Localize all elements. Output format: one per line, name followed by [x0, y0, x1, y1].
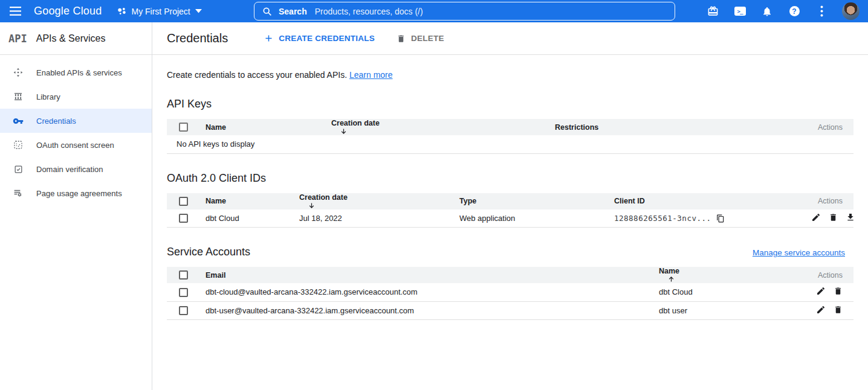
edit-client-button[interactable] [811, 213, 821, 222]
oauth-clients-heading: OAuth 2.0 Client IDs [167, 172, 853, 185]
client-name: dbt Cloud [199, 209, 293, 228]
sidebar-title: APIs & Services [36, 33, 106, 44]
help-button[interactable]: ? [788, 5, 801, 18]
oauth-client-row: dbt Cloud Jul 18, 2022 Web application 1… [167, 209, 853, 228]
learn-more-link[interactable]: Learn more [349, 70, 393, 80]
topbar-actions: >_ ? [706, 2, 868, 20]
bell-icon [762, 6, 772, 17]
client-type: Web application [453, 209, 608, 228]
create-credentials-button[interactable]: CREATE CREDENTIALS [264, 34, 375, 43]
column-header-type[interactable]: Type [453, 193, 608, 209]
service-account-row: dbt-cloud@vaulted-arcana-332422.iam.gser… [167, 283, 853, 301]
column-header-actions: Actions [805, 267, 853, 283]
column-header-client-id[interactable]: Client ID [608, 193, 805, 209]
sort-asc-icon [667, 275, 675, 283]
more-options-button[interactable] [815, 5, 828, 18]
delete-service-account-button[interactable] [834, 286, 843, 296]
download-icon [846, 213, 853, 222]
content: Credentials CREATE CREDENTIALS DELETE Cr… [152, 22, 868, 390]
sort-desc-icon [340, 127, 348, 135]
column-header-creation-date[interactable]: Creation date [325, 119, 549, 135]
sidebar-item-label: Enabled APIs & services [36, 68, 122, 77]
api-keys-header-row: Name Creation date Restrictions Actions [167, 119, 853, 135]
service-account-name: dbt user [653, 301, 805, 319]
column-header-actions: Actions [805, 119, 853, 135]
select-all-checkbox[interactable] [179, 270, 188, 280]
search-label: Search [279, 7, 307, 16]
row-checkbox[interactable] [179, 214, 188, 223]
api-logo-icon: API [8, 33, 27, 45]
sidebar-item-credentials[interactable]: Credentials [0, 109, 152, 133]
sidebar-item-domain-verification[interactable]: Domain verification [0, 157, 152, 181]
column-header-restrictions[interactable]: Restrictions [549, 119, 805, 135]
row-actions-cell [805, 209, 853, 228]
hamburger-icon [10, 7, 21, 16]
trash-icon [397, 34, 406, 43]
client-creation-date: Jul 18, 2022 [293, 209, 453, 228]
account-avatar[interactable] [842, 2, 860, 20]
navigation-menu-button[interactable] [0, 0, 30, 22]
delete-client-button[interactable] [829, 213, 838, 222]
free-trial-gift-button[interactable] [706, 5, 719, 18]
column-header-creation-date[interactable]: Creation date [293, 193, 453, 209]
delete-button[interactable]: DELETE [397, 34, 444, 43]
project-switcher[interactable]: My First Project [117, 7, 201, 16]
help-icon: ? [789, 6, 800, 16]
service-account-email: dbt-cloud@vaulted-arcana-332422.iam.gser… [199, 283, 653, 301]
client-id-cell: 128886265561-3ncv... [608, 209, 805, 228]
gcp-console: Google Cloud My First Project Search Pro… [0, 0, 868, 390]
top-bar: Google Cloud My First Project Search Pro… [0, 0, 868, 22]
sidebar-item-oauth-consent[interactable]: OAuth consent screen [0, 133, 152, 157]
oauth-header-row: Name Creation date Type Client ID Action… [167, 193, 853, 209]
row-checkbox[interactable] [179, 306, 188, 315]
column-header-label: Creation date [299, 193, 348, 202]
column-header-name[interactable]: Name [199, 119, 325, 135]
sidebar-item-enabled-apis[interactable]: Enabled APIs & services [0, 60, 152, 85]
select-all-checkbox[interactable] [179, 123, 188, 132]
notifications-button[interactable] [760, 5, 774, 18]
sidebar-item-label: Library [36, 92, 60, 101]
copy-icon [716, 214, 725, 223]
intro-text: Create credentials to access your enable… [167, 70, 853, 80]
service-accounts-heading: Service Accounts [167, 246, 250, 258]
edit-service-account-button[interactable] [816, 305, 826, 315]
trash-icon [829, 213, 838, 222]
main-area: API APIs & Services Enabled APIs & servi… [0, 22, 868, 390]
column-header-name[interactable]: Name [199, 193, 293, 209]
delete-service-account-button[interactable] [834, 305, 843, 315]
copy-client-id-button[interactable] [716, 214, 725, 223]
column-header-email[interactable]: Email [199, 267, 653, 283]
download-client-button[interactable] [846, 213, 853, 222]
trash-icon [834, 286, 843, 296]
search-input[interactable]: Search Products, resources, docs (/) [254, 2, 675, 21]
edit-service-account-button[interactable] [816, 286, 826, 296]
sidebar-item-library[interactable]: Library [0, 85, 152, 109]
client-id-value: 128886265561-3ncv... [614, 214, 711, 223]
empty-state-text: No API keys to display [167, 135, 853, 153]
select-all-checkbox[interactable] [179, 197, 188, 206]
service-account-email: dbt-user@vaulted-arcana-332422.iam.gserv… [199, 301, 653, 319]
sidebar-item-label: Credentials [36, 117, 76, 126]
manage-service-accounts-link[interactable]: Manage service accounts [753, 248, 853, 257]
api-keys-heading: API Keys [167, 98, 853, 110]
service-accounts-heading-row: Service Accounts Manage service accounts [167, 246, 853, 258]
column-header-name[interactable]: Name [653, 267, 805, 283]
row-checkbox[interactable] [179, 288, 188, 297]
library-columns-icon [13, 91, 24, 102]
sidebar-item-label: Domain verification [36, 165, 103, 174]
api-keys-table: Name Creation date Restrictions Actions … [167, 119, 853, 154]
list-gear-icon [13, 188, 24, 199]
chevron-down-icon [195, 9, 202, 13]
sort-desc-icon [308, 202, 316, 209]
plus-icon [264, 34, 273, 43]
search-placeholder: Products, resources, docs (/) [315, 7, 423, 16]
service-account-row: dbt-user@vaulted-arcana-332422.iam.gserv… [167, 301, 853, 319]
column-header-actions: Actions [805, 193, 853, 209]
sidebar-header: API APIs & Services [0, 22, 152, 55]
project-icon [117, 7, 126, 15]
sidebar-menu: Enabled APIs & services Library Credenti… [0, 55, 152, 205]
cloud-shell-button[interactable]: >_ [733, 5, 747, 18]
search-icon [262, 7, 272, 16]
google-cloud-logo[interactable]: Google Cloud [34, 5, 102, 18]
sidebar-item-page-usage-agreements[interactable]: Page usage agreements [0, 181, 152, 205]
